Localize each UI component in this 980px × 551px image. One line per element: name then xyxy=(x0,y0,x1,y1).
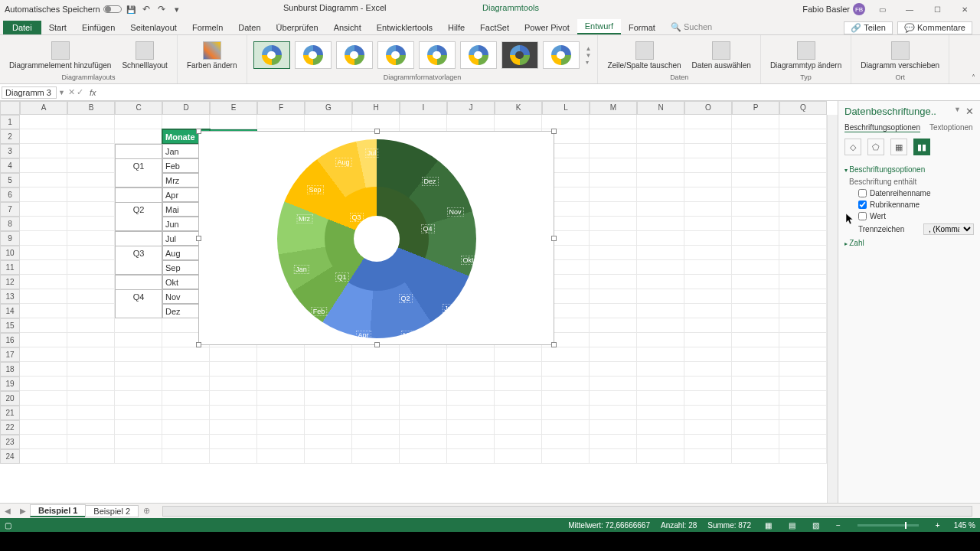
cell[interactable] xyxy=(637,318,684,333)
select-all-cell[interactable] xyxy=(0,101,20,115)
search-tab[interactable]: 🔍 Suchen xyxy=(663,20,720,34)
col-header-O[interactable]: O xyxy=(684,101,732,115)
cell[interactable] xyxy=(732,158,779,173)
share-button[interactable]: 🔗 Teilen xyxy=(844,21,893,34)
cell[interactable] xyxy=(637,289,684,304)
cell[interactable] xyxy=(542,391,590,406)
cell[interactable] xyxy=(732,362,779,377)
select-data-button[interactable]: Daten auswählen xyxy=(689,40,754,71)
tab-power pivot[interactable]: Power Pivot xyxy=(517,21,577,34)
cell[interactable] xyxy=(115,260,162,275)
effects-icon[interactable]: ⬠ xyxy=(867,139,884,155)
cell[interactable] xyxy=(305,347,352,362)
cell[interactable] xyxy=(115,391,162,406)
tab-start[interactable]: Start xyxy=(41,21,74,34)
cell[interactable] xyxy=(495,347,542,362)
record-macro-icon[interactable]: ▢ xyxy=(5,521,11,530)
cell[interactable] xyxy=(257,377,305,391)
row-header-19[interactable]: 19 xyxy=(0,377,20,391)
cell[interactable] xyxy=(210,406,257,420)
chart-label[interactable]: Q3 xyxy=(349,213,363,222)
cell[interactable] xyxy=(67,158,115,173)
cell[interactable] xyxy=(447,347,495,362)
col-header-D[interactable]: D xyxy=(162,101,210,115)
cell[interactable] xyxy=(67,246,115,260)
cell[interactable] xyxy=(257,362,305,377)
cell[interactable] xyxy=(400,449,447,464)
cell[interactable] xyxy=(162,115,210,129)
col-header-E[interactable]: E xyxy=(210,101,257,115)
cell[interactable] xyxy=(20,260,67,275)
tab-überprüfen[interactable]: Überprüfen xyxy=(269,21,326,34)
cell[interactable] xyxy=(590,173,637,187)
chart-label[interactable]: Jul xyxy=(365,148,379,158)
cell[interactable] xyxy=(257,420,305,435)
tab-daten[interactable]: Daten xyxy=(230,21,268,34)
cell[interactable] xyxy=(447,362,495,377)
cell[interactable] xyxy=(447,406,495,420)
cell[interactable] xyxy=(779,304,827,318)
cell[interactable] xyxy=(495,420,542,435)
resize-handle[interactable] xyxy=(374,129,380,134)
col-header-Q[interactable]: Q xyxy=(779,101,827,115)
cell[interactable] xyxy=(684,304,732,318)
cell[interactable] xyxy=(684,435,732,449)
cb-series-name[interactable] xyxy=(858,189,867,197)
tab-factset[interactable]: FactSet xyxy=(472,21,517,34)
cell[interactable] xyxy=(67,318,115,333)
cell[interactable] xyxy=(684,377,732,391)
cell[interactable] xyxy=(67,217,115,231)
col-header-C[interactable]: C xyxy=(115,101,162,115)
chart-label[interactable]: Jan xyxy=(293,265,309,274)
cell[interactable] xyxy=(210,449,257,464)
col-header-K[interactable]: K xyxy=(495,101,542,115)
cell[interactable] xyxy=(732,377,779,391)
cell[interactable] xyxy=(20,449,67,464)
col-header-P[interactable]: P xyxy=(732,101,779,115)
row-header-1[interactable]: 1 xyxy=(0,115,20,129)
cell[interactable] xyxy=(257,435,305,449)
view-page-layout-icon[interactable]: ▤ xyxy=(786,521,799,530)
cell[interactable] xyxy=(637,260,684,275)
cell[interactable] xyxy=(162,377,210,391)
fill-line-icon[interactable]: ◇ xyxy=(844,139,861,155)
cell[interactable] xyxy=(590,275,637,289)
cell[interactable] xyxy=(210,391,257,406)
cell[interactable] xyxy=(590,304,637,318)
cell[interactable] xyxy=(20,202,67,217)
cell[interactable] xyxy=(20,377,67,391)
quick-layout-button[interactable]: Schnelllayout xyxy=(119,40,170,71)
cell[interactable] xyxy=(352,115,400,129)
tab-entwicklertools[interactable]: Entwicklertools xyxy=(369,21,440,34)
chart-label[interactable]: Nov xyxy=(446,207,463,217)
cell[interactable] xyxy=(257,449,305,464)
cell[interactable] xyxy=(305,435,352,449)
resize-handle[interactable] xyxy=(196,129,201,134)
cell[interactable] xyxy=(732,347,779,362)
autosave-switch-icon[interactable] xyxy=(103,5,122,13)
row-header-23[interactable]: 23 xyxy=(0,435,20,449)
resize-handle[interactable] xyxy=(196,342,201,347)
cell[interactable] xyxy=(637,333,684,347)
col-header-B[interactable]: B xyxy=(67,101,115,115)
cell[interactable] xyxy=(684,158,732,173)
cell[interactable] xyxy=(400,362,447,377)
cell[interactable] xyxy=(684,406,732,420)
cell[interactable] xyxy=(115,449,162,464)
cell[interactable] xyxy=(590,246,637,260)
cell[interactable] xyxy=(115,217,162,231)
cell[interactable] xyxy=(67,115,115,129)
cell[interactable] xyxy=(590,144,637,158)
autosave-toggle[interactable]: Automatisches Speichern xyxy=(5,5,122,14)
sheet-nav-next-icon[interactable]: ▶ xyxy=(15,507,31,515)
cell[interactable] xyxy=(115,420,162,435)
cancel-formula-icon[interactable]: ✕ xyxy=(68,87,75,97)
cell[interactable] xyxy=(637,246,684,260)
row-header-8[interactable]: 8 xyxy=(0,217,20,231)
cell[interactable] xyxy=(637,391,684,406)
cell[interactable] xyxy=(305,391,352,406)
row-header-16[interactable]: 16 xyxy=(0,333,20,347)
cell[interactable] xyxy=(352,391,400,406)
cell[interactable] xyxy=(210,115,257,129)
sheet-tab-1[interactable]: Beispiel 1 xyxy=(30,504,86,517)
